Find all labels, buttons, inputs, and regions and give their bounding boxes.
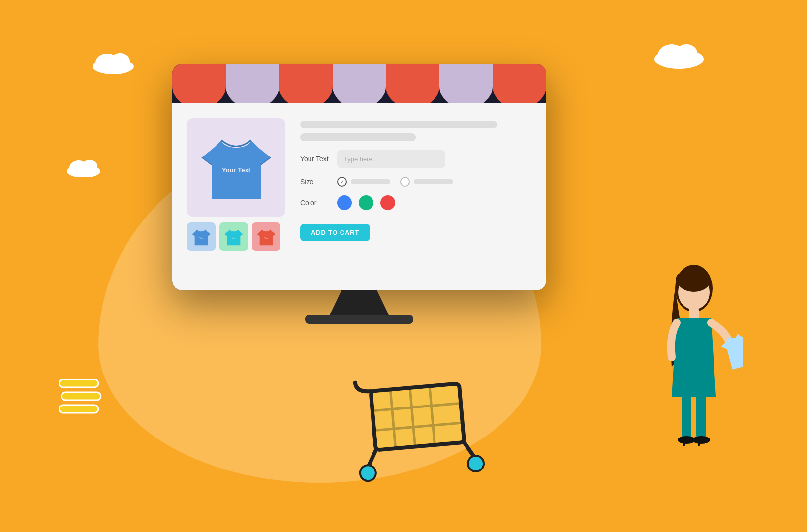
color-label: Color bbox=[300, 199, 330, 207]
svg-text:Your: Your bbox=[232, 237, 236, 239]
shopping-cart-illustration bbox=[350, 366, 497, 486]
thumb-tshirt-green: Your bbox=[224, 226, 244, 248]
color-option-green[interactable] bbox=[359, 195, 373, 210]
add-to-cart-button[interactable]: ADD TO CART bbox=[300, 224, 370, 241]
svg-rect-31 bbox=[682, 394, 691, 438]
main-product-image: Your Text bbox=[187, 118, 285, 217]
thumb-tshirt-blue: Your bbox=[191, 226, 211, 248]
monitor-container: Your Text Your bbox=[172, 64, 546, 324]
size-radio-checked[interactable] bbox=[337, 177, 347, 187]
cloud-top-right bbox=[650, 39, 709, 69]
awning-stripe-6 bbox=[439, 64, 493, 103]
store-awning bbox=[172, 64, 546, 103]
size-bar-m bbox=[414, 179, 453, 184]
svg-rect-10 bbox=[62, 392, 101, 400]
color-option-blue[interactable] bbox=[337, 195, 352, 210]
tshirt-main-svg: Your Text bbox=[199, 128, 273, 207]
size-bar-s bbox=[351, 179, 390, 184]
svg-rect-9 bbox=[59, 379, 98, 387]
product-title-placeholder bbox=[300, 121, 497, 128]
awning-stripe-4 bbox=[333, 64, 386, 103]
svg-text:Your: Your bbox=[199, 237, 203, 239]
thumbnail-blue[interactable]: Your bbox=[187, 222, 216, 251]
color-row: Color bbox=[300, 195, 531, 210]
monitor-stand bbox=[330, 290, 389, 315]
text-placeholder: Type here.. bbox=[344, 156, 376, 163]
size-option-s[interactable] bbox=[337, 177, 390, 187]
monitor-base bbox=[305, 315, 413, 324]
svg-point-5 bbox=[110, 53, 130, 69]
size-label: Size bbox=[300, 178, 330, 186]
text-label: Your Text bbox=[300, 155, 330, 163]
size-row: Size bbox=[300, 177, 531, 187]
svg-rect-36 bbox=[698, 438, 700, 446]
svg-text:Your: Your bbox=[264, 237, 268, 239]
awning-stripe-7 bbox=[493, 64, 546, 103]
awning-stripe-1 bbox=[172, 64, 226, 103]
svg-rect-32 bbox=[696, 394, 706, 438]
product-price-placeholder bbox=[300, 133, 416, 141]
screen-content: Your Text Your bbox=[172, 103, 546, 290]
text-customization-row: Your Text Type here.. bbox=[300, 150, 531, 168]
product-image-area: Your Text Your bbox=[187, 118, 285, 276]
svg-point-2 bbox=[676, 44, 697, 62]
svg-point-8 bbox=[82, 160, 97, 173]
thumb-tshirt-red: Your bbox=[256, 226, 276, 248]
awning-stripe-5 bbox=[386, 64, 439, 103]
svg-point-34 bbox=[692, 436, 710, 444]
svg-rect-35 bbox=[683, 438, 685, 446]
svg-point-24 bbox=[360, 465, 377, 482]
size-radio-unchecked[interactable] bbox=[400, 177, 410, 187]
svg-text:Your Text: Your Text bbox=[222, 166, 251, 174]
thumbnail-green[interactable]: Your bbox=[219, 222, 248, 251]
awning-stripe-3 bbox=[279, 64, 333, 103]
product-thumbnails: Your Your Your bbox=[187, 222, 285, 251]
svg-point-25 bbox=[467, 455, 485, 472]
woman-illustration bbox=[645, 259, 743, 495]
svg-rect-11 bbox=[59, 405, 98, 413]
size-options bbox=[337, 177, 453, 187]
product-details: Your Text Type here.. Size bbox=[300, 118, 531, 276]
decorative-lines bbox=[59, 379, 103, 419]
text-input[interactable]: Type here.. bbox=[337, 150, 445, 168]
color-option-red[interactable] bbox=[380, 195, 395, 210]
cloud-top-left bbox=[89, 49, 138, 74]
color-options bbox=[337, 195, 395, 210]
size-option-m[interactable] bbox=[400, 177, 453, 187]
thumbnail-red[interactable]: Your bbox=[252, 222, 280, 251]
cloud-left-middle bbox=[64, 157, 103, 177]
awning-stripe-2 bbox=[226, 64, 279, 103]
svg-rect-26 bbox=[373, 386, 462, 448]
monitor: Your Text Your bbox=[172, 64, 546, 290]
